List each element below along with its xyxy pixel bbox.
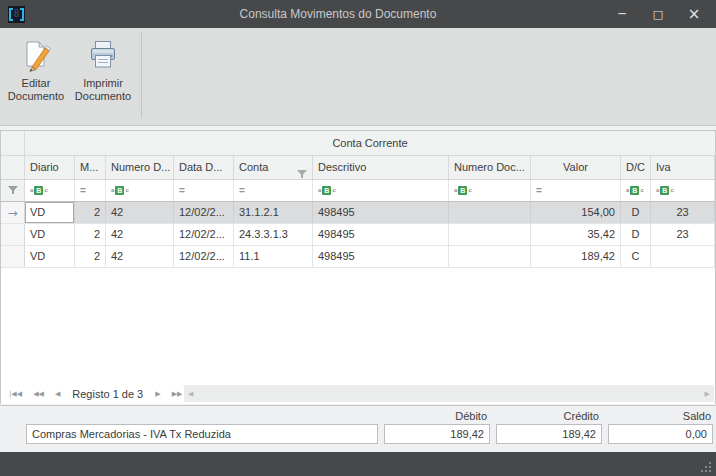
table-row[interactable]: → VD 2 42 12/02/2... 31.1.2.1 498495 154… (1, 202, 715, 224)
maximize-button[interactable]: □ (640, 0, 676, 28)
horizontal-scrollbar[interactable]: ◀ ▶ (184, 385, 714, 402)
cell-numero-doc[interactable] (449, 246, 531, 267)
cell-valor[interactable]: 154,00 (531, 202, 621, 223)
cell-dc[interactable]: D (621, 224, 651, 245)
filter-row: aBc = aBc = = aBc aBc = aBc aBc (1, 180, 715, 202)
cell-valor[interactable]: 189,42 (531, 246, 621, 267)
column-header-data-d[interactable]: Data D... (174, 156, 234, 179)
cell-numero-doc[interactable] (449, 202, 531, 223)
filter-cell-descritivo[interactable]: aBc (313, 180, 449, 201)
cell-conta[interactable]: 24.3.3.1.3 (234, 224, 313, 245)
scroll-right-icon[interactable]: ▶ (705, 390, 710, 398)
text-filter-icon: aBc (454, 180, 472, 201)
filter-cell-m[interactable]: = (75, 180, 106, 201)
row-indicator (1, 246, 25, 267)
column-header-m[interactable]: M... (75, 156, 106, 179)
saldo-label: Saldo (608, 410, 711, 422)
column-header-iva[interactable]: Iva (651, 156, 715, 179)
filter-cell-numero-d[interactable]: aBc (106, 180, 174, 201)
cell-numero-d[interactable]: 42 (106, 202, 174, 223)
cell-m[interactable]: 2 (75, 224, 106, 245)
cell-data-d[interactable]: 12/02/2... (174, 224, 234, 245)
nav-first-button[interactable]: |◀◀ (9, 390, 22, 398)
window-footer (0, 452, 716, 476)
cell-iva[interactable] (651, 246, 715, 267)
close-button[interactable]: × (676, 0, 712, 28)
cell-m[interactable]: 2 (75, 202, 106, 223)
header-indicator-cell (1, 156, 25, 179)
filter-row-funnel-icon (8, 186, 18, 195)
cell-iva[interactable]: 23 (651, 202, 715, 223)
cell-descritivo[interactable]: 498495 (313, 202, 449, 223)
filter-cell-conta[interactable]: = (234, 180, 313, 201)
equals-filter-icon: = (239, 180, 245, 201)
app-icon-bracket-right (20, 8, 24, 21)
cell-numero-d[interactable]: 42 (106, 246, 174, 267)
scroll-left-icon[interactable]: ◀ (188, 390, 193, 398)
credito-field[interactable]: 189,42 (496, 424, 602, 444)
filter-cell-numero-doc[interactable]: aBc (449, 180, 531, 201)
resize-grip[interactable] (699, 460, 711, 472)
nav-prev-page-button[interactable]: ◀◀ (33, 390, 44, 398)
grid-empty-area (1, 268, 715, 383)
nav-next-page-button[interactable]: ▶▶ (172, 390, 183, 398)
cell-diario[interactable]: VD (25, 246, 75, 267)
column-header-numero-d[interactable]: Numero D... (106, 156, 174, 179)
filter-cell-diario[interactable]: aBc (25, 180, 75, 201)
cell-diario[interactable]: VD (25, 202, 75, 223)
column-header-descritivo[interactable]: Descritivo (313, 156, 449, 179)
text-filter-icon: aBc (626, 180, 644, 201)
movements-grid: Conta Corrente Diario M... Numero D... D… (0, 130, 716, 404)
print-document-icon (86, 38, 120, 74)
cell-iva[interactable]: 23 (651, 224, 715, 245)
print-document-label-line1: Imprimir (83, 77, 123, 89)
edit-document-button[interactable]: Editar Documento (3, 31, 69, 123)
debito-label: Débito (384, 410, 487, 422)
text-filter-icon: aBc (30, 180, 48, 201)
filter-cell-dc[interactable]: aBc (621, 180, 651, 201)
print-document-button[interactable]: Imprimir Documento (70, 31, 136, 123)
cell-data-d[interactable]: 12/02/2... (174, 202, 234, 223)
column-header-dc[interactable]: D/C (621, 156, 651, 179)
cell-conta[interactable]: 31.1.2.1 (234, 202, 313, 223)
column-header-conta[interactable]: Conta (234, 156, 313, 179)
column-header-numero-doc[interactable]: Numero Doc... (449, 156, 531, 179)
app-icon[interactable]: 8 (8, 6, 25, 23)
toolbar-separator (141, 32, 142, 118)
column-header-valor[interactable]: Valor (531, 156, 621, 179)
cell-numero-d[interactable]: 42 (106, 224, 174, 245)
cell-dc[interactable]: D (621, 202, 651, 223)
filter-cell-iva[interactable]: aBc (651, 180, 715, 201)
app-window: 8 Consulta Movimentos do Documento ─ □ × (0, 0, 716, 476)
cell-m[interactable]: 2 (75, 246, 106, 267)
filter-funnel-icon[interactable] (297, 164, 307, 179)
cell-conta[interactable]: 11.1 (234, 246, 313, 267)
nav-prev-button[interactable]: ◀ (55, 390, 60, 398)
minimize-button[interactable]: ─ (604, 0, 640, 28)
edit-document-label-line1: Editar (22, 77, 51, 89)
filter-cell-data-d[interactable]: = (174, 180, 234, 201)
cell-descritivo[interactable]: 498495 (313, 246, 449, 267)
description-field[interactable]: Compras Mercadorias - IVA Tx Reduzida (26, 424, 378, 444)
nav-next-button[interactable]: ▶ (155, 390, 160, 398)
band-indicator-cell (1, 131, 25, 155)
saldo-field[interactable]: 0,00 (608, 424, 713, 444)
cell-descritivo[interactable]: 498495 (313, 224, 449, 245)
column-header-diario[interactable]: Diario (25, 156, 75, 179)
equals-filter-icon: = (80, 180, 86, 201)
text-filter-icon: aBc (111, 180, 129, 201)
cell-numero-doc[interactable] (449, 224, 531, 245)
debito-field[interactable]: 189,42 (384, 424, 490, 444)
focused-row-indicator: → (1, 202, 25, 223)
cell-diario[interactable]: VD (25, 224, 75, 245)
credito-label: Crédito (496, 410, 599, 422)
table-row[interactable]: VD 2 42 12/02/2... 24.3.3.1.3 498495 35,… (1, 224, 715, 246)
filter-row-indicator (1, 180, 25, 201)
cell-dc[interactable]: C (621, 246, 651, 267)
cell-valor[interactable]: 35,42 (531, 224, 621, 245)
table-row[interactable]: VD 2 42 12/02/2... 11.1 498495 189,42 C (1, 246, 715, 268)
filter-cell-valor[interactable]: = (531, 180, 621, 201)
cell-data-d[interactable]: 12/02/2... (174, 246, 234, 267)
band-header[interactable]: Conta Corrente (25, 131, 715, 155)
window-controls: ─ □ × (604, 0, 712, 28)
